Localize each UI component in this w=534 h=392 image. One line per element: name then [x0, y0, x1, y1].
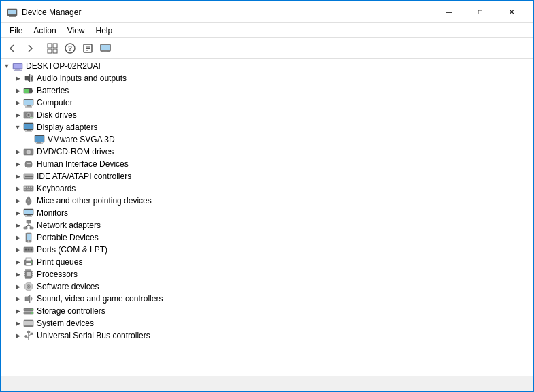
ide-expander[interactable]: ▶: [12, 170, 23, 182]
menu-file[interactable]: File: [4, 24, 28, 37]
title-bar-title: Device Manager: [22, 7, 433, 17]
sound-expander[interactable]: ▶: [12, 293, 23, 305]
svg-rect-56: [24, 187, 26, 189]
audio-label: Audio inputs and outputs: [37, 74, 127, 83]
tree-root[interactable]: ▼ DESKTOP-02R2UAI: [1, 60, 533, 72]
svg-rect-47: [27, 163, 31, 164]
svg-rect-28: [27, 105, 31, 107]
svg-rect-69: [25, 216, 32, 217]
tree-usb[interactable]: ▶ Universal Serial Bus controllers: [12, 329, 533, 342]
svg-rect-35: [24, 124, 33, 129]
toolbar-sep1: [41, 42, 41, 55]
monitors-expander[interactable]: ▶: [12, 207, 23, 219]
svg-rect-37: [25, 131, 32, 132]
usb-expander[interactable]: ▶: [12, 329, 23, 342]
tree-ide[interactable]: ▶ IDE ATA/ATAPI controllers: [12, 170, 533, 182]
audio-expander[interactable]: ▶: [12, 72, 23, 84]
vmware-icon: [34, 134, 45, 145]
svg-rect-33: [30, 117, 33, 118]
print-expander[interactable]: ▶: [12, 256, 23, 268]
portable-expander[interactable]: ▶: [12, 231, 23, 244]
batteries-expander[interactable]: ▶: [12, 84, 23, 97]
storage-expander[interactable]: ▶: [12, 305, 23, 317]
svg-point-53: [29, 176, 31, 177]
display-expander[interactable]: ▼: [12, 121, 23, 133]
tree-dvd[interactable]: ▶ DVD/CD-ROM drives: [12, 146, 533, 158]
root-expander[interactable]: ▼: [1, 60, 12, 72]
tree-print[interactable]: ▶ Print queues: [12, 256, 533, 268]
tree-storage[interactable]: ▶ Storage controllers: [12, 305, 533, 317]
tree-processors[interactable]: ▶ Proces: [12, 268, 533, 280]
display-label: Display adapters: [37, 122, 97, 132]
tree-system[interactable]: ▶ System devices: [12, 317, 533, 329]
tree-hid[interactable]: ▶ Human Interface Devices: [12, 158, 533, 170]
svg-point-80: [25, 249, 27, 251]
svg-line-74: [26, 225, 29, 227]
software-expander[interactable]: ▶: [12, 280, 23, 293]
svg-rect-21: [14, 70, 22, 71]
hid-expander[interactable]: ▶: [12, 158, 23, 170]
hid-label: Human Interface Devices: [37, 159, 129, 169]
computer-label: Computer: [37, 98, 73, 108]
dvd-expander[interactable]: ▶: [12, 146, 23, 158]
menu-help[interactable]: Help: [90, 24, 118, 37]
mice-expander[interactable]: ▶: [12, 195, 23, 207]
system-expander[interactable]: ▶: [12, 317, 23, 329]
computer-expander[interactable]: ▶: [12, 97, 23, 109]
tree-keyboards[interactable]: ▶ Keyboards: [12, 182, 533, 195]
tree-audio[interactable]: ▶ Audio inputs and outputs: [12, 72, 533, 84]
toolbar: ?: [1, 38, 533, 59]
batteries-icon: [23, 85, 34, 96]
svg-rect-4: [48, 44, 52, 48]
toolbar-back[interactable]: [4, 40, 20, 56]
menu-view[interactable]: View: [62, 24, 90, 37]
keyboards-expander[interactable]: ▶: [12, 182, 23, 195]
svg-rect-3: [9, 16, 16, 17]
toolbar-forward[interactable]: [22, 40, 38, 56]
svg-point-82: [31, 249, 33, 251]
disk-icon: [23, 110, 34, 120]
vmware-label: VMware SVGA 3D: [48, 135, 115, 144]
tree-computer[interactable]: ▶ Computer: [12, 97, 533, 109]
tree-mice[interactable]: ▶ Mice and other pointing devices: [12, 195, 533, 207]
svg-rect-6: [48, 49, 52, 53]
minimize-button[interactable]: —: [433, 1, 465, 23]
svg-point-54: [31, 176, 33, 177]
svg-rect-71: [24, 227, 27, 229]
tree-disk[interactable]: ▶ Disk drives: [12, 109, 533, 121]
device-tree: ▼ DESKTOP-02R2UAI ▶ Audio: [1, 59, 533, 376]
svg-rect-62: [31, 189, 32, 190]
tree-sound[interactable]: ▶ Sound, video and game controllers: [12, 293, 533, 305]
audio-icon: [23, 73, 34, 84]
software-icon: [23, 281, 34, 292]
tree-vmware[interactable]: ▶ VMware SVGA 3D: [23, 133, 533, 146]
tree-ports[interactable]: ▶ Ports (COM & LPT): [12, 244, 533, 256]
svg-point-65: [28, 197, 30, 199]
close-button[interactable]: ✕: [496, 1, 527, 23]
toolbar-grid[interactable]: [44, 40, 61, 56]
tree-network[interactable]: ▶ Network adapters: [12, 219, 533, 231]
maximize-button[interactable]: □: [465, 1, 496, 23]
tree-monitors[interactable]: ▶ Monitors: [12, 207, 533, 219]
toolbar-help[interactable]: ?: [62, 40, 78, 56]
toolbar-monitor[interactable]: [97, 40, 114, 56]
svg-rect-72: [30, 227, 33, 229]
tree-software[interactable]: ▶ Software devices: [12, 280, 533, 293]
batteries-label: Batteries: [37, 86, 69, 95]
disk-expander[interactable]: ▶: [12, 109, 23, 121]
tree-batteries[interactable]: ▶ Batteries: [12, 84, 533, 97]
tree-display[interactable]: ▼ Display adapters: [12, 121, 533, 133]
svg-rect-115: [31, 333, 33, 335]
ports-expander[interactable]: ▶: [12, 244, 23, 256]
processors-expander[interactable]: ▶: [12, 268, 23, 280]
keyboards-icon: [23, 183, 34, 194]
menu-action[interactable]: Action: [28, 24, 61, 37]
toolbar-properties[interactable]: [80, 40, 96, 56]
network-expander[interactable]: ▶: [12, 219, 23, 231]
processors-label: Processors: [37, 270, 78, 279]
mice-icon: [23, 195, 34, 206]
svg-rect-88: [27, 272, 31, 276]
svg-rect-67: [24, 210, 33, 214]
tree-portable[interactable]: ▶ Portable Devices: [12, 231, 533, 244]
svg-rect-24: [32, 90, 33, 92]
